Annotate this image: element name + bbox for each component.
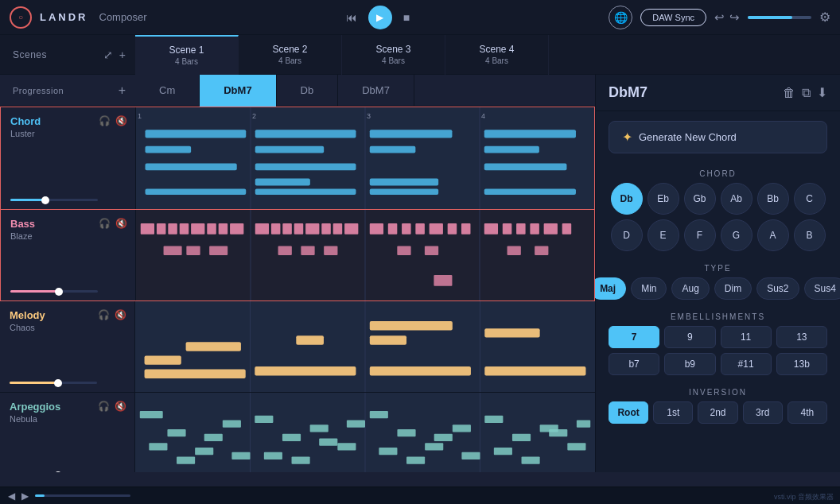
chord-volume-bar[interactable] [10, 199, 98, 201]
chord-tab-db[interactable]: Db [277, 75, 339, 107]
progression-add-button[interactable]: + [119, 83, 126, 98]
svg-rect-114 [577, 421, 590, 428]
arp-mute-button[interactable]: 🔇 [115, 401, 126, 412]
right-header-actions: 🗑 ⧉ ⬇ [783, 85, 827, 100]
svg-rect-75 [370, 321, 453, 330]
chord-key-eb[interactable]: Eb [648, 183, 679, 215]
chord-tab-dbm7-2[interactable]: DbM7 [338, 75, 414, 107]
bass-piano-roll[interactable] [136, 210, 594, 300]
svg-rect-52 [415, 223, 425, 235]
right-panel-header: DbM7 🗑 ⧉ ⬇ [596, 75, 840, 111]
chord-volume-knob[interactable] [41, 196, 49, 204]
undo-button[interactable]: ↩ [714, 10, 725, 25]
arp-piano-roll[interactable] [135, 393, 595, 472]
scenes-expand-button[interactable]: ⤢ [103, 48, 113, 61]
melody-headphone-button[interactable]: 🎧 [98, 309, 110, 320]
svg-text:3: 3 [367, 112, 371, 120]
daw-sync-button[interactable]: DAW Sync [640, 9, 706, 26]
bottom-nav-prev[interactable]: ◀ [8, 490, 15, 502]
chord-key-ab[interactable]: Ab [721, 183, 752, 215]
chord-key-db[interactable]: Db [611, 183, 643, 215]
inv-1st-button[interactable]: 1st [653, 401, 693, 424]
chord-key-a[interactable]: A [757, 219, 789, 251]
type-min-button[interactable]: Min [631, 277, 667, 300]
generate-chord-button[interactable]: ✦ Generate New Chord [609, 121, 827, 153]
download-chord-button[interactable]: ⬇ [817, 85, 827, 100]
melody-volume-knob[interactable] [54, 379, 62, 387]
svg-rect-33 [219, 223, 228, 235]
svg-rect-97 [319, 439, 337, 446]
bass-headphone-button[interactable]: 🎧 [99, 218, 111, 229]
bottom-progress-bar[interactable] [35, 494, 130, 497]
globe-button[interactable]: 🌐 [609, 6, 632, 29]
arp-volume-knob[interactable] [54, 471, 62, 473]
chord-key-e[interactable]: E [648, 219, 679, 251]
scene-2-name: Scene 2 [272, 44, 307, 55]
chord-headphone-button[interactable]: 🎧 [99, 115, 111, 126]
inv-3rd-button[interactable]: 3rd [743, 401, 783, 424]
type-aug-button[interactable]: Aug [671, 277, 709, 300]
master-volume-bar[interactable] [748, 16, 811, 19]
settings-button[interactable]: ⚙ [819, 10, 830, 25]
scene-tab-2[interactable]: Scene 2 4 Bars [239, 35, 342, 75]
chord-key-gb[interactable]: Gb [684, 183, 716, 215]
emb-13b-button[interactable]: 13b [776, 353, 827, 375]
emb-b7-button[interactable]: b7 [609, 353, 659, 375]
emb-9-button[interactable]: 9 [664, 326, 715, 348]
chord-track-row: Chord Luster 🎧 🔇 [0, 107, 595, 210]
chord-key-d[interactable]: D [611, 219, 643, 251]
svg-rect-105 [434, 434, 453, 441]
emb-sharp11-button[interactable]: #11 [721, 353, 772, 375]
scene-tab-1[interactable]: Scene 1 4 Bars [135, 35, 239, 75]
inv-4th-button[interactable]: 4th [788, 401, 827, 424]
chord-key-g[interactable]: G [721, 219, 752, 251]
chord-keys-group: Db Eb Gb Ab Bb C D E F G A B [596, 183, 840, 258]
svg-rect-91 [255, 416, 273, 423]
topbar-right: 🌐 DAW Sync ↩ ↪ ⚙ [609, 6, 830, 29]
type-sus4-button[interactable]: Sus4 [804, 277, 840, 300]
right-panel: DbM7 🗑 ⧉ ⬇ ✦ Generate New Chord CHORD Db… [595, 75, 840, 472]
type-maj-button[interactable]: Maj [589, 277, 626, 300]
stop-button[interactable]: ■ [403, 11, 410, 24]
melody-mute-button[interactable]: 🔇 [115, 309, 126, 320]
emb-11-button[interactable]: 11 [721, 326, 772, 348]
delete-chord-button[interactable]: 🗑 [783, 85, 795, 100]
bass-volume-bar[interactable] [10, 290, 98, 293]
inv-2nd-button[interactable]: 2nd [698, 401, 737, 424]
type-sus2-button[interactable]: Sus2 [756, 277, 799, 300]
svg-rect-38 [255, 223, 269, 235]
redo-button[interactable]: ↪ [729, 10, 740, 25]
type-dim-button[interactable]: Dim [714, 277, 752, 300]
scene-1-bars: 4 Bars [175, 57, 198, 66]
chord-tab-cm[interactable]: Cm [135, 75, 200, 107]
play-button[interactable]: ▶ [368, 6, 392, 29]
arp-headphone-button[interactable]: 🎧 [98, 401, 110, 412]
melody-volume-bar[interactable] [10, 382, 97, 384]
arp-track-label: Arpeggios Nebula 🎧 🔇 [0, 393, 135, 472]
chord-tab-dbm7-1[interactable]: DbM7 [200, 75, 276, 107]
melody-piano-roll[interactable] [135, 301, 595, 392]
copy-chord-button[interactable]: ⧉ [802, 85, 811, 100]
chord-key-bb[interactable]: Bb [757, 183, 789, 215]
emb-7-button[interactable]: 7 [609, 326, 659, 348]
chord-mute-button[interactable]: 🔇 [115, 115, 127, 126]
scene-tab-3[interactable]: Scene 3 4 Bars [342, 35, 445, 75]
svg-text:4: 4 [481, 112, 485, 120]
chord-key-c[interactable]: C [794, 183, 826, 215]
bass-volume-knob[interactable] [55, 288, 63, 296]
svg-rect-60 [516, 223, 526, 235]
emb-13-button[interactable]: 13 [776, 326, 827, 348]
chord-key-f[interactable]: F [684, 219, 716, 251]
svg-rect-101 [425, 443, 443, 450]
scenes-add-button[interactable]: + [119, 48, 126, 61]
inv-root-button[interactable]: Root [609, 401, 648, 424]
bottom-nav-next[interactable]: ▶ [21, 490, 29, 502]
arp-volume-control [10, 467, 125, 472]
scene-tab-4[interactable]: Scene 4 4 Bars [445, 35, 549, 75]
emb-b9-button[interactable]: b9 [664, 353, 715, 375]
rewind-button[interactable]: ⏮ [346, 11, 357, 24]
inversion-section-label: INVERSION [596, 382, 840, 401]
chord-piano-roll[interactable]: 1 2 3 4 [136, 107, 594, 209]
bass-mute-button[interactable]: 🔇 [115, 218, 127, 229]
chord-key-b[interactable]: B [794, 219, 826, 251]
